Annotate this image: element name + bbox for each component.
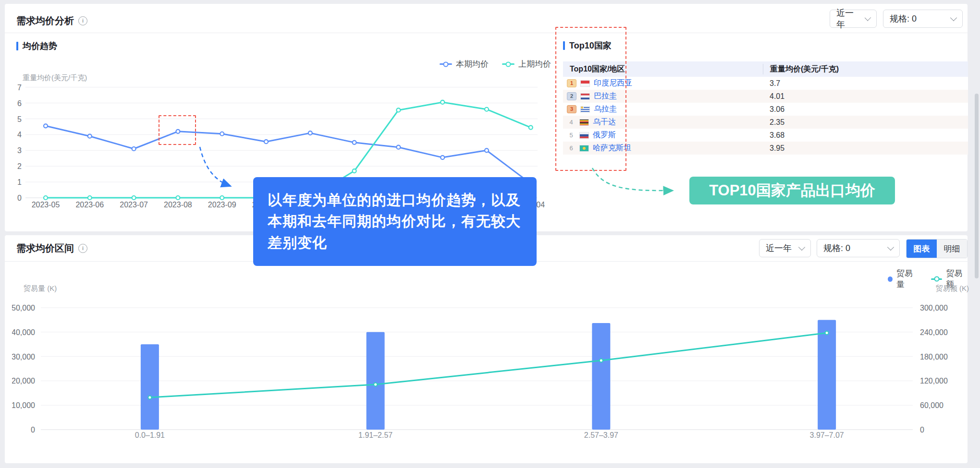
legend-item[interactable]: 本期均价 [440,59,489,70]
view-toggle: 图表 明细 [906,239,968,258]
section1-title: 需求均价分析 [16,14,74,27]
right-tick-label: 60,000 [920,401,943,409]
data-point[interactable] [485,148,489,152]
avg-price-cell: 4.01 [763,92,784,101]
avg-price-cell: 3.95 [763,144,784,153]
data-point[interactable] [132,147,136,151]
data-point[interactable] [529,126,533,130]
left-tick-label: 0 [31,426,35,434]
period-select-value: 近一年 [836,7,860,30]
y-tick-label: 5 [17,115,22,123]
top10-highlight-box [555,27,626,171]
trade-volume-bar[interactable] [367,332,385,430]
data-point[interactable] [485,108,489,111]
data-point[interactable] [600,359,603,362]
left-tick-label: 30,000 [12,353,35,361]
chevron-down-icon [865,14,871,21]
data-point[interactable] [148,396,151,399]
x-category-label: 3.97–7.07 [810,431,844,439]
x-tick-label: 2023-07 [120,201,148,209]
trend-subtitle: 均价趋势 [16,40,57,52]
right-axis-title: 贸易额 (K) [936,284,969,292]
data-point[interactable] [374,383,377,386]
left-tick-label: 10,000 [12,401,35,409]
x-category-label: 1.91–2.57 [358,431,392,439]
section2-title: 需求均价区间 [16,242,74,255]
legend-item[interactable]: 上期均价 [502,59,551,70]
data-point[interactable] [353,169,356,173]
data-point[interactable] [132,196,136,200]
x-category-label: 2.57–3.97 [584,431,618,439]
data-point[interactable] [441,100,444,104]
right-tick-label: 120,000 [920,377,948,385]
section1-header: 需求均价分析 [16,14,87,27]
chevron-down-icon [950,14,957,21]
trade-volume-bar[interactable] [818,320,836,430]
data-point[interactable] [441,156,444,159]
data-point[interactable] [44,124,48,128]
legend-label: 本期均价 [456,59,489,70]
price-range-chart: 贸易量 (K)贸易额 (K)0010,00060,00020,000120,00… [12,283,978,444]
data-point[interactable] [176,196,180,200]
divider [5,33,968,33]
legend-circle-icon [506,61,511,67]
legend-line-icon [440,63,452,65]
annotation-callout-text: 以年度为单位的的进口均价趋势，以及本期和去年同期的均价对比，有无较大差别变化 [268,192,521,251]
data-point[interactable] [88,134,92,138]
data-point[interactable] [44,196,48,200]
period-select-2[interactable]: 近一年 [759,239,811,257]
info-icon[interactable] [78,16,87,25]
top10-annotation-badge: TOP10国家产品出口均价 [689,177,895,204]
data-point[interactable] [220,132,224,136]
chevron-down-icon [887,243,894,250]
trend-point-highlight-box [159,115,196,145]
accent-bar [16,42,18,50]
data-point[interactable] [220,196,224,200]
col-avg-price: 重量均价(美元/千克) [763,64,839,74]
y-tick-label: 0 [17,194,22,202]
x-tick-label: 2023-08 [164,201,192,209]
x-tick-label: 2023-06 [75,201,104,209]
left-axis-title: 贸易量 (K) [24,284,57,292]
data-point[interactable] [88,196,92,200]
period-select-2-value: 近一年 [766,242,792,254]
y-tick-label: 6 [17,99,22,108]
data-point[interactable] [308,131,312,135]
legend-circle-icon [934,276,939,282]
vertical-scrollbar[interactable] [975,94,979,278]
right-tick-label: 300,000 [920,304,948,312]
legend-line-icon [502,63,514,65]
period-select[interactable]: 近一年 [830,10,877,28]
y-tick-label: 7 [17,84,22,92]
y-axis-title: 重量均价(美元/千克) [23,73,87,82]
y-tick-label: 2 [17,162,22,170]
chart-view-button[interactable]: 图表 [906,240,937,258]
trade-volume-bar[interactable] [592,323,610,430]
avg-price-cell: 3.06 [763,105,784,114]
x-tick-label: 2023-05 [32,201,60,209]
data-point[interactable] [825,331,829,335]
y-tick-label: 4 [17,131,22,139]
avg-price-cell: 3.7 [763,79,780,88]
avg-price-cell: 3.68 [763,131,784,140]
trade-volume-bar[interactable] [141,344,159,430]
data-point[interactable] [264,140,268,144]
series-line-贸易额 [150,333,827,397]
price-range-card: 需求均价区间 近一年 规格: 0 图表 明细 贸易量贸易额 贸易量 (K)贸易额… [5,235,968,463]
data-point[interactable] [353,141,356,144]
spec-select-value: 规格: 0 [890,13,917,24]
spec-select[interactable]: 规格: 0 [883,10,963,28]
legend-label: 上期均价 [518,59,551,70]
legend-dot-icon [888,276,893,282]
detail-view-button[interactable]: 明细 [937,240,967,258]
spec-select-2-value: 规格: 0 [823,242,850,254]
spec-select-2[interactable]: 规格: 0 [817,239,900,257]
data-point[interactable] [396,108,400,112]
chevron-down-icon [798,243,805,250]
info-icon[interactable] [78,244,87,253]
x-category-label: 0.0–1.91 [135,431,165,439]
data-point[interactable] [396,145,400,149]
trend-chart-legend: 本期均价上期均价 [440,59,551,70]
legend-line-icon [931,278,942,280]
y-tick-label: 1 [17,178,22,186]
